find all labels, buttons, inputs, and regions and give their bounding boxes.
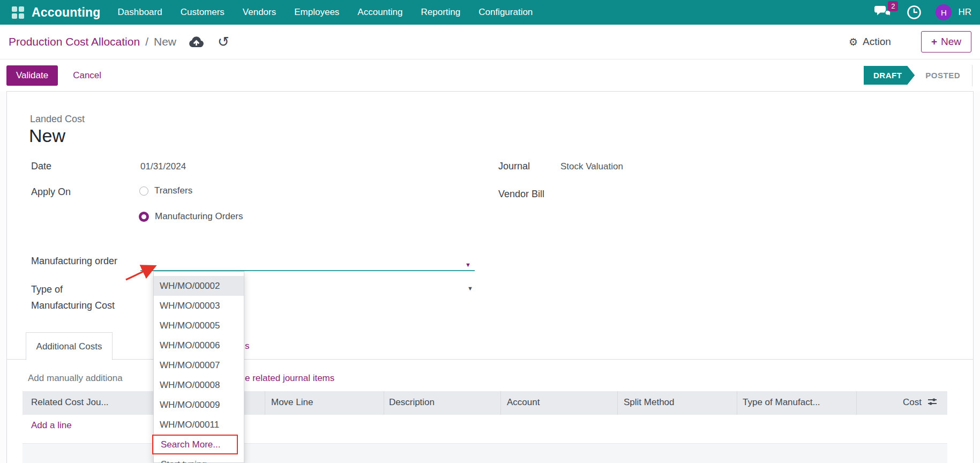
date-label: Date [31,161,51,172]
state-draft-badge[interactable]: DRAFT [864,66,915,85]
column-divider [856,391,857,415]
new-button-label: New [941,36,961,48]
cancel-button[interactable]: Cancel [73,70,101,81]
column-divider [265,391,265,415]
col-move-line: Move Line [271,397,313,408]
help-text-left-fragment: Add manually additiona [28,373,154,384]
apps-grid-icon[interactable] [12,6,24,19]
column-divider [384,391,384,415]
dropdown-item[interactable]: WH/MO/00009 [154,395,244,415]
manufacturing-order-label: Manufacturing order [31,256,117,267]
user-name[interactable]: HR [958,7,971,18]
dropdown-item[interactable]: WH/MO/00006 [154,335,244,355]
breadcrumb-current: New [154,35,176,48]
new-record-button[interactable]: + New [921,31,971,53]
date-value[interactable]: 01/31/2024 [140,161,186,172]
start-typing-hint: Start typing... [154,454,244,463]
radio-transfers[interactable]: Transfers [139,185,192,196]
vendor-bill-label: Vendor Bill [498,189,544,200]
app-name[interactable]: Accounting [32,5,101,20]
main-menu: Dashboard Customers Vendors Employees Ac… [118,7,533,18]
dropdown-item[interactable]: WH/MO/00007 [154,355,244,375]
menu-accounting[interactable]: Accounting [357,7,402,18]
odoo-screen: Accounting Dashboard Customers Vendors E… [0,0,980,463]
help-text-link-fragment[interactable]: e related journal items [245,373,334,384]
gear-icon: ⚙ [849,36,858,48]
messages-count-badge: 2 [888,1,898,11]
col-account: Account [507,397,540,408]
dropdown-item[interactable]: WH/MO/00002 [154,276,244,296]
menu-dashboard[interactable]: Dashboard [118,7,162,18]
record-subtitle: Landed Cost [30,114,85,125]
column-divider [737,391,737,415]
type-of-cost-label-line1: Type of [31,284,63,295]
dropdown-item[interactable]: WH/MO/00008 [154,375,244,395]
menu-configuration[interactable]: Configuration [478,7,533,18]
record-title: New [29,125,65,146]
dropdown-item[interactable]: WH/MO/00005 [154,316,244,335]
col-cost: Cost [879,397,922,408]
state-posted[interactable]: POSTED [925,71,960,80]
chevron-down-icon[interactable]: ▼ [465,262,471,268]
manufacturing-order-input[interactable] [140,252,475,271]
top-navbar: Accounting Dashboard Customers Vendors E… [0,0,980,25]
menu-customers[interactable]: Customers [181,7,225,18]
radio-checked-icon[interactable] [139,212,149,222]
apply-on-label: Apply On [31,186,71,198]
discard-undo-icon[interactable]: ↺ [218,36,229,47]
col-type-of-manufacturing: Type of Manufact... [743,397,820,408]
breadcrumb-root-link[interactable]: Production Cost Allocation [9,35,140,48]
radio-manufacturing-orders-label: Manufacturing Orders [155,211,243,222]
col-split-method: Split Method [624,397,675,408]
col-related-cost-journal: Related Cost Jou... [31,397,109,408]
optional-columns-icon[interactable] [927,397,938,409]
form-statusbar: Validate Cancel DRAFT POSTED [0,59,980,91]
type-of-cost-label-line2: Manufacturing Cost [31,300,115,311]
chevron-down-icon[interactable]: ▼ [467,285,473,292]
radio-manufacturing-orders[interactable]: Manufacturing Orders [139,211,243,222]
tabs-bottom-border [7,359,973,360]
menu-vendors[interactable]: Vendors [243,7,276,18]
navbar-right: 2 H HR [874,4,971,20]
search-more-option[interactable]: Search More... [154,435,244,454]
tab-second-partial[interactable]: s [245,341,250,352]
journal-label: Journal [498,161,530,172]
control-panel: Production Cost Allocation / New ↺ ⚙ Act… [0,25,980,59]
add-a-line-link[interactable]: Add a line [31,420,72,431]
avatar-initial: H [941,8,947,17]
manufacturing-order-dropdown: WH/MO/00002 WH/MO/00003 WH/MO/00005 WH/M… [153,271,244,463]
action-menu-button[interactable]: ⚙ Action [849,36,891,48]
user-avatar[interactable]: H [936,4,952,20]
messages-icon[interactable]: 2 [874,5,893,20]
menu-employees[interactable]: Employees [294,7,339,18]
validate-button[interactable]: Validate [6,65,58,86]
save-cloud-icon[interactable] [189,36,204,48]
tab-additional-costs[interactable]: Additional Costs [26,332,113,360]
radio-transfers-label: Transfers [154,185,192,196]
action-label: Action [863,36,891,48]
menu-reporting[interactable]: Reporting [421,7,460,18]
column-divider [500,391,501,415]
dropdown-item[interactable]: WH/MO/00003 [154,296,244,316]
activities-clock-icon[interactable] [907,5,922,20]
radio-unchecked-icon[interactable] [139,186,148,196]
column-divider [617,391,618,415]
journal-value[interactable]: Stock Valuation [560,161,623,172]
dropdown-item[interactable]: WH/MO/00011 [154,415,244,435]
breadcrumb-separator: / [145,35,148,48]
statusbar-divider [972,65,972,86]
plus-icon: + [931,36,937,48]
col-description: Description [389,397,435,408]
